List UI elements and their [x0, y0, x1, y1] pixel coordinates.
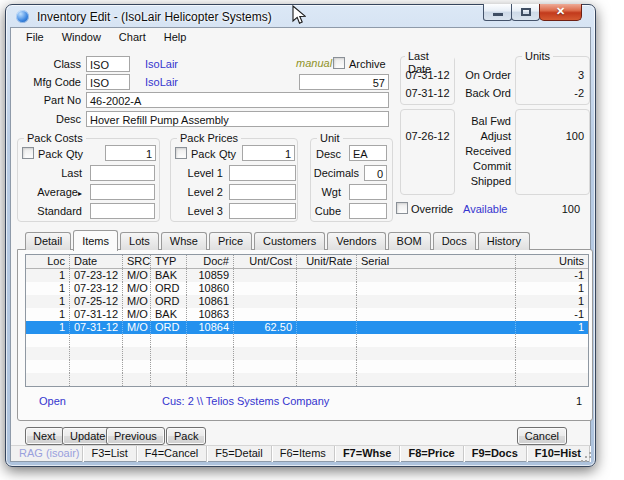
table-row[interactable]: 107-31-12M/OORD1086462.501 [26, 321, 588, 334]
available-link[interactable]: Available [463, 202, 507, 217]
fkey-f7[interactable]: F7=Whse [335, 446, 401, 462]
tab-vendors[interactable]: Vendors [327, 232, 385, 250]
table-row[interactable]: 107-25-12M/OORD108611 [26, 295, 588, 308]
maximize-button[interactable] [511, 4, 540, 21]
pack-costs-qty-input[interactable]: 1 [105, 145, 156, 161]
cell: 1 [516, 321, 588, 334]
act-values-2: 100 [516, 115, 589, 190]
menu-item-chart[interactable]: Chart [110, 29, 155, 45]
wgt-label: Wgt [311, 185, 341, 200]
minimize-button[interactable] [483, 4, 512, 21]
previous-button[interactable]: Previous [106, 427, 165, 445]
mfg-count-field[interactable]: 57 [299, 74, 389, 90]
activity-date [401, 115, 454, 130]
resize-grip-icon[interactable] [585, 456, 587, 458]
act-labels-1: On OrderBack Ord [450, 68, 511, 104]
level3-input[interactable] [229, 203, 296, 219]
items-tab-panel: LocDateSRCTYPDoc#Unt/CostUnit/RateSerial… [17, 249, 593, 421]
average-cost-input[interactable] [90, 184, 155, 200]
cell [357, 308, 516, 321]
pack-prices-title: Pack Prices [177, 132, 241, 145]
wgt-input[interactable] [349, 184, 387, 200]
table-empty-row[interactable] [26, 373, 588, 386]
row-units-total: 1 [576, 394, 582, 408]
desc-input[interactable]: Hover Refill Pump Assembly [86, 111, 389, 127]
standard-cost-input[interactable] [90, 203, 155, 219]
unit-desc-input[interactable]: EA [349, 145, 387, 161]
mfg-code-input[interactable]: ISO [86, 74, 130, 90]
last-cost-input[interactable] [90, 165, 155, 181]
fkey-f10[interactable]: F10=Hist [527, 446, 590, 462]
cell: -1 [516, 308, 588, 321]
cell: 1 [26, 295, 70, 308]
table-empty-row[interactable] [26, 347, 588, 360]
fkey-f4[interactable]: F4=Cancel [137, 446, 208, 462]
level2-input[interactable] [229, 184, 296, 200]
customer-link[interactable]: Cus: 2 \\ Telios Systems Company [162, 394, 329, 408]
cell [70, 360, 123, 373]
cell: M/O [123, 308, 151, 321]
cell: 1 [26, 282, 70, 295]
cell: ORD [151, 295, 187, 308]
close-button[interactable]: ✕ [539, 4, 582, 21]
class-input[interactable]: ISO [86, 56, 130, 72]
average-flyout-icon[interactable]: ▸ [78, 189, 82, 198]
level1-input[interactable] [229, 165, 296, 181]
cell: ORD [151, 282, 187, 295]
cell: ORD [151, 321, 187, 334]
tab-history[interactable]: History [478, 232, 530, 250]
column-header-unitrate: Unit/Rate [297, 255, 357, 268]
cell [234, 347, 297, 360]
menu-item-window[interactable]: Window [53, 29, 110, 45]
class-link[interactable]: IsoLair [145, 57, 178, 72]
table-row[interactable]: 107-31-12M/OBAK10863-1 [26, 308, 588, 321]
table-empty-row[interactable] [26, 360, 588, 373]
act-labels-2: Bal FwdAdjustReceivedCommitShipped [450, 115, 511, 190]
override-checkbox[interactable] [396, 202, 408, 214]
cancel-button[interactable]: Cancel [517, 427, 567, 445]
items-table: LocDateSRCTYPDoc#Unt/CostUnit/RateSerial… [25, 254, 589, 387]
table-row[interactable]: 107-23-12M/OBAK10859-1 [26, 269, 588, 282]
tab-items[interactable]: Items [73, 230, 118, 251]
status-bar: RAG (isoair) F3=ListF4=CancelF5=DetailF6… [11, 445, 590, 461]
window-inventory-edit: Inventory Edit - (IsoLair Helicopter Sys… [5, 4, 596, 467]
activity-label: Received [450, 145, 511, 160]
menu-item-help[interactable]: Help [155, 29, 196, 45]
pack-prices-checkbox[interactable] [175, 147, 187, 159]
cell [187, 347, 234, 360]
next-button[interactable]: Next [25, 427, 64, 445]
tab-price[interactable]: Price [209, 232, 252, 250]
pack-button[interactable]: Pack [166, 427, 206, 445]
tab-lots[interactable]: Lots [120, 232, 159, 250]
pack-prices-qty-input[interactable]: 1 [242, 145, 295, 161]
mfg-link[interactable]: IsoLair [145, 75, 178, 90]
tab-docs[interactable]: Docs [433, 232, 476, 250]
activity-date: 07-31-12 [401, 68, 454, 86]
table-row[interactable]: 107-23-12M/OORD108601 [26, 282, 588, 295]
doc-status-link[interactable]: Open [39, 394, 66, 408]
tab-customers[interactable]: Customers [254, 232, 325, 250]
table-empty-row[interactable] [26, 334, 588, 347]
part-no-input[interactable]: 46-2002-A [86, 92, 389, 108]
fkey-f5[interactable]: F5=Detail [207, 446, 271, 462]
pack-prices-qty-label: Qty [219, 147, 236, 161]
pack-costs-checkbox[interactable] [22, 147, 34, 159]
menu-item-file[interactable]: File [17, 29, 53, 45]
cell [357, 295, 516, 308]
fkey-f3[interactable]: F3=List [83, 446, 136, 462]
fkey-f8[interactable]: F8=Price [400, 446, 463, 462]
pack-prices-pack-label: Pack [191, 147, 215, 161]
decimals-input[interactable]: 0 [364, 165, 387, 181]
tab-whse[interactable]: Whse [161, 232, 207, 250]
cell [357, 321, 516, 334]
cell: M/O [123, 321, 151, 334]
cube-input[interactable] [349, 203, 387, 219]
tab-bom[interactable]: BOM [388, 232, 431, 250]
part-no-label: Part No [11, 93, 81, 108]
archive-checkbox[interactable] [333, 57, 345, 69]
override-label: Override [411, 202, 453, 216]
fkey-f9[interactable]: F9=Docs [464, 446, 527, 462]
user-session-status: RAG (isoair) [11, 446, 83, 462]
tab-detail[interactable]: Detail [25, 232, 71, 250]
fkey-f6[interactable]: F6=Items [272, 446, 335, 462]
